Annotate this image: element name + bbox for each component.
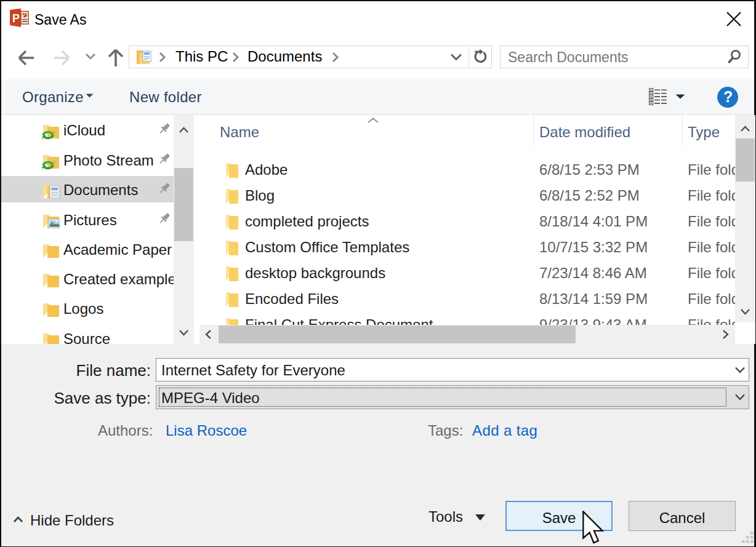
svg-text:P: P xyxy=(12,12,20,25)
